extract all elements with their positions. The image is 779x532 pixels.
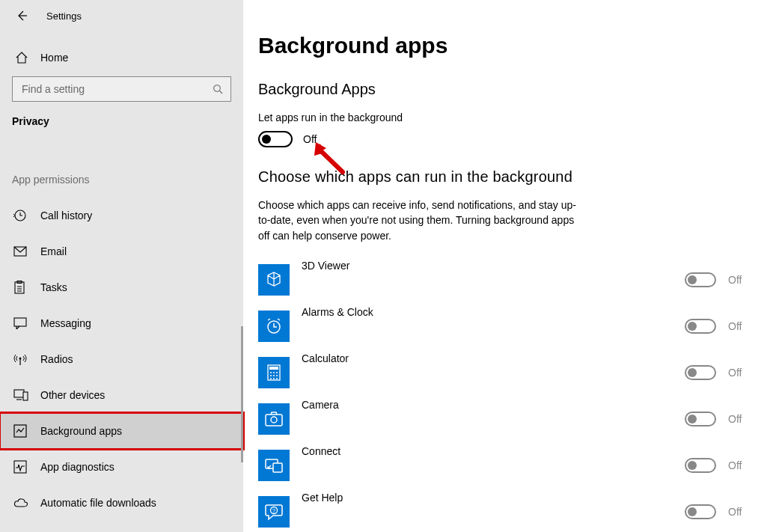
window-title: Settings [46, 10, 82, 22]
home-label: Home [40, 52, 68, 64]
app-toggle-state: Off [728, 413, 757, 425]
mail-icon [13, 246, 28, 257]
sidebar-item-label: Automatic file downloads [40, 497, 156, 509]
app-row-camera: Camera Off [258, 396, 757, 442]
search-input-wrap[interactable] [12, 76, 231, 102]
svg-point-6 [19, 358, 22, 360]
svg-point-15 [273, 372, 275, 373]
svg-point-17 [270, 375, 272, 376]
nav-list: Call history Email Tasks Messaging Radio… [0, 198, 243, 521]
app-name: Get Help [302, 489, 685, 504]
svg-rect-5 [14, 318, 26, 326]
category-label: Privacy [12, 115, 243, 127]
app-name: Calculator [302, 349, 685, 364]
app-toggle[interactable] [685, 272, 716, 287]
master-toggle[interactable] [258, 131, 293, 147]
sidebar-item-backgroundapps[interactable]: Background apps [0, 413, 243, 449]
app-toggle-state: Off [728, 320, 757, 332]
sidebar-item-label: Radios [40, 353, 73, 365]
section-description: Choose which apps can receive info, send… [258, 198, 587, 243]
app-toggle[interactable] [685, 365, 716, 380]
section-title-choose: Choose which apps can run in the backgro… [258, 168, 757, 186]
svg-point-20 [270, 378, 272, 379]
app-row-connect: Connect Off [258, 442, 757, 489]
app-name: Alarms & Clock [302, 303, 685, 318]
radio-icon [13, 352, 28, 366]
svg-rect-3 [15, 282, 24, 293]
app-toggle-state: Off [728, 274, 757, 286]
sidebar-item-tasks[interactable]: Tasks [0, 269, 243, 305]
sidebar-item-appdiagnostics[interactable]: App diagnostics [0, 449, 243, 485]
sidebar-item-radios[interactable]: Radios [0, 341, 243, 377]
svg-point-22 [276, 378, 278, 379]
message-icon [13, 317, 28, 329]
history-icon [13, 209, 28, 222]
scrollbar-thumb[interactable] [241, 326, 243, 462]
sidebar-item-label: Messaging [40, 317, 91, 329]
svg-rect-7 [14, 390, 24, 397]
app-icon-gethelp: ? [258, 496, 290, 528]
app-toggle-state: Off [728, 506, 757, 518]
app-toggle[interactable] [685, 458, 716, 473]
home-icon [15, 51, 30, 64]
app-row-3dviewer: 3D Viewer Off [258, 257, 757, 303]
app-toggle-state: Off [728, 459, 757, 471]
main-content: Background apps Background Apps Let apps… [258, 0, 779, 532]
sidebar-item-autodownloads[interactable]: Automatic file downloads [0, 485, 243, 521]
app-row-calculator: Calculator Off [258, 349, 757, 396]
diagnostics-icon [13, 460, 28, 474]
svg-point-21 [273, 378, 275, 379]
app-icon-connect [258, 450, 290, 481]
sidebar-item-label: Background apps [40, 425, 122, 437]
svg-rect-26 [273, 463, 282, 472]
sidebar-item-label: Email [40, 245, 67, 257]
app-name: Connect [302, 442, 685, 457]
svg-point-24 [271, 417, 277, 423]
section-label: App permissions [12, 174, 243, 186]
page-title: Background apps [258, 33, 757, 58]
svg-point-16 [276, 372, 278, 373]
bgapps-icon [13, 424, 28, 438]
svg-point-19 [276, 375, 278, 376]
app-toggle[interactable] [685, 504, 716, 519]
app-toggle[interactable] [685, 412, 716, 426]
master-toggle-state: Off [303, 133, 317, 145]
sidebar-item-email[interactable]: Email [0, 233, 243, 269]
search-input[interactable] [20, 82, 213, 96]
app-name: Camera [302, 396, 685, 411]
sidebar-item-home[interactable]: Home [0, 42, 243, 73]
svg-rect-13 [269, 367, 278, 370]
app-row-alarms: Alarms & Clock Off [258, 303, 757, 349]
sidebar-item-otherdevices[interactable]: Other devices [0, 377, 243, 413]
svg-point-14 [270, 372, 272, 373]
sidebar-item-label: Other devices [40, 389, 105, 401]
svg-text:?: ? [272, 508, 275, 513]
app-toggle[interactable] [685, 319, 716, 334]
app-icon-camera [258, 403, 290, 435]
sidebar-item-label: Call history [40, 210, 92, 221]
cloud-icon [13, 498, 28, 508]
devices-icon [13, 389, 28, 401]
app-icon-alarms [258, 311, 290, 342]
app-toggle-state: Off [728, 367, 757, 379]
app-name: 3D Viewer [302, 257, 685, 272]
search-icon [213, 84, 223, 94]
svg-point-0 [214, 85, 221, 92]
tasks-icon [13, 281, 28, 294]
sidebar-item-label: Tasks [40, 281, 67, 293]
app-row-gethelp: ? Get Help Off [258, 489, 757, 532]
master-toggle-caption: Let apps run in the background [258, 111, 757, 123]
sidebar-item-label: App diagnostics [40, 461, 114, 473]
sidebar: Settings Home Privacy App permissions Ca… [0, 0, 243, 532]
sidebar-item-callhistory[interactable]: Call history [0, 198, 243, 233]
section-title-master: Background Apps [258, 81, 757, 98]
svg-point-18 [273, 375, 275, 376]
sidebar-item-messaging[interactable]: Messaging [0, 305, 243, 341]
back-button[interactable] [15, 9, 28, 22]
app-icon-3dviewer [258, 264, 290, 296]
svg-rect-8 [23, 392, 28, 400]
app-list: 3D Viewer Off Alarms & Clock Off Calcula… [258, 257, 757, 532]
app-icon-calculator [258, 357, 290, 388]
